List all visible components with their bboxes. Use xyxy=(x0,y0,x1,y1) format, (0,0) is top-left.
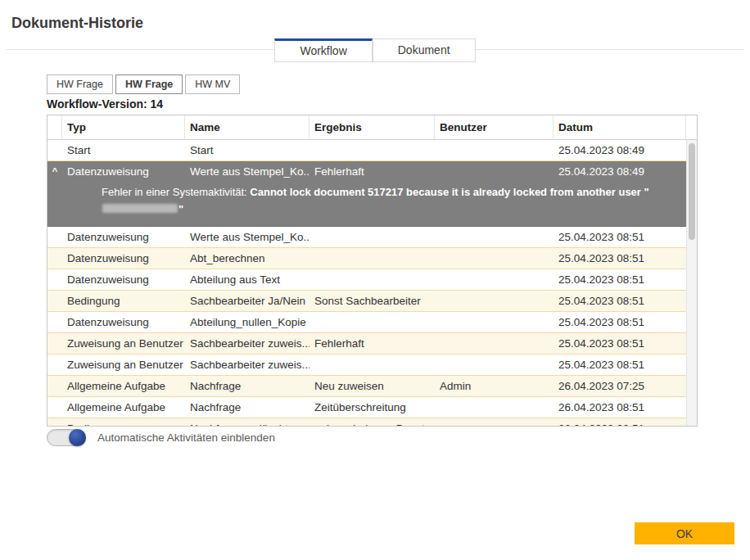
cell-typ: Zuweisung an Benutzer xyxy=(62,337,185,350)
cell-typ: Datenzuweisung xyxy=(62,316,185,328)
scrollbar-thumb[interactable] xyxy=(689,143,695,240)
page-title: Dokument-Historie xyxy=(11,15,143,32)
sub-tab-bar: HW Frage HW Frage HW MV xyxy=(47,75,240,94)
cell-typ: Datenzuweisung xyxy=(62,252,185,264)
auto-activities-row: Automatische Aktivitäten einblenden xyxy=(47,427,275,447)
auto-activities-toggle[interactable] xyxy=(47,429,86,446)
history-table: Typ Name Ergebnis Benutzer Datum StartSt… xyxy=(47,115,698,427)
subtab-hw-frage-2[interactable]: HW Frage xyxy=(115,75,183,94)
tab-dokument[interactable]: Dokument xyxy=(373,38,476,62)
cell-typ: Zuweisung an Benutzer xyxy=(62,359,185,371)
table-row[interactable]: ^DatenzuweisungWerte aus Stempel_Ko...Fe… xyxy=(47,161,697,227)
cell-datum: 26.04.2023 07:25 xyxy=(553,380,697,392)
cell-name: Sachbearbeiter zuweis... xyxy=(185,337,309,350)
cell-name: Sachbearbeiter Ja/Nein xyxy=(185,295,309,307)
table-row[interactable]: Allgemeine AufgabeNachfrageZeitüberschre… xyxy=(47,397,697,418)
cell-datum: 25.04.2023 08:51 xyxy=(553,295,697,307)
main-tab-bar: Workflow Dokument xyxy=(0,38,750,62)
column-header-datum[interactable]: Datum xyxy=(553,115,686,139)
vertical-scrollbar[interactable] xyxy=(686,140,697,426)
cell-ergebnis: Fehlerhaft xyxy=(309,337,435,350)
table-row[interactable]: StartStart25.04.2023 08:49 xyxy=(47,140,697,161)
toggle-knob-icon xyxy=(69,429,86,446)
cell-datum: 25.04.2023 08:51 xyxy=(553,273,697,286)
cell-name: Nachfrage xyxy=(185,401,309,413)
cell-typ: Datenzuweisung xyxy=(62,165,185,178)
cell-name: Werte aus Stempel_Ko... xyxy=(185,165,309,178)
column-header-name[interactable]: Name xyxy=(185,115,309,139)
cell-ergebnis: Fehlerhaft xyxy=(309,165,435,178)
toggle-label: Automatische Aktivitäten einblenden xyxy=(97,431,275,444)
workflow-version-label: Workflow-Version: 14 xyxy=(47,97,163,111)
column-header-ergebnis[interactable]: Ergebnis xyxy=(309,115,435,139)
table-header: Typ Name Ergebnis Benutzer Datum xyxy=(47,115,697,140)
cell-name: Sachbearbeiter zuweis... xyxy=(185,359,309,371)
subtab-hw-mv[interactable]: HW MV xyxy=(185,75,240,94)
collapse-icon[interactable]: ^ xyxy=(47,161,62,182)
table-row[interactable]: DatenzuweisungAbt_berechnen25.04.2023 08… xyxy=(47,248,697,269)
cell-name: Werte aus Stempel_Ko... xyxy=(185,231,309,243)
column-header-benutzer[interactable]: Benutzer xyxy=(435,115,553,139)
table-row[interactable]: BedingungSachbearbeiter Ja/NeinSonst Sac… xyxy=(47,291,697,312)
cell-ergebnis: nein - wieder an Benut... xyxy=(309,422,435,426)
cell-typ: Allgemeine Aufgabe xyxy=(62,401,185,413)
table-row[interactable]: DatenzuweisungWerte aus Stempel_Ko...25.… xyxy=(47,227,697,248)
table-body: StartStart25.04.2023 08:49^Datenzuweisun… xyxy=(47,140,697,426)
cell-datum: 25.04.2023 08:49 xyxy=(553,144,697,156)
table-row[interactable]: DatenzuweisungAbteilung_nullen_Kopie25.0… xyxy=(47,312,697,333)
cell-typ: Start xyxy=(62,144,185,156)
cell-name: Nachfrage xyxy=(185,380,309,392)
cell-name: Start xyxy=(185,144,309,156)
cell-ergebnis: Zeitüberschreitung xyxy=(309,401,435,413)
cell-typ: Bedingung xyxy=(62,295,185,307)
ok-button[interactable]: OK xyxy=(635,522,734,544)
cell-typ: Datenzuweisung xyxy=(62,231,185,243)
table-row[interactable]: Allgemeine AufgabeNachfrageNeu zuweisenA… xyxy=(47,376,697,397)
cell-datum: 25.04.2023 08:49 xyxy=(553,165,697,178)
tab-workflow[interactable]: Workflow xyxy=(274,38,372,62)
table-row[interactable]: Zuweisung an BenutzerSachbearbeiter zuwe… xyxy=(47,355,697,376)
cell-name: Nachfrage_gelöscht xyxy=(185,422,309,426)
cell-ergebnis: Neu zuweisen xyxy=(309,380,435,392)
cell-typ: Datenzuweisung xyxy=(62,273,185,286)
cell-benutzer: Admin xyxy=(435,380,553,392)
table-row[interactable]: BedingungNachfrage_gelöschtnein - wieder… xyxy=(47,418,697,426)
cell-datum: 26.04.2023 08:51 xyxy=(553,401,697,413)
redacted-username xyxy=(102,204,178,213)
table-row[interactable]: DatenzuweisungAbteilung aus Text25.04.20… xyxy=(47,269,697,291)
error-message: Fehler in einer Systemaktivität: Cannot … xyxy=(47,182,697,226)
cell-ergebnis: Sonst Sachbearbeiter xyxy=(309,295,435,307)
cell-name: Abteilung_nullen_Kopie xyxy=(185,316,309,328)
cell-datum: 25.04.2023 08:51 xyxy=(553,316,697,328)
cell-typ: Bedingung xyxy=(62,422,185,426)
cell-typ: Allgemeine Aufgabe xyxy=(62,380,185,392)
column-header-typ[interactable]: Typ xyxy=(62,115,185,139)
cell-datum: 25.04.2023 08:51 xyxy=(553,252,697,264)
column-header-scroll-spacer xyxy=(686,115,697,139)
table-row[interactable]: Zuweisung an BenutzerSachbearbeiter zuwe… xyxy=(47,333,697,355)
cell-name: Abt_berechnen xyxy=(185,252,309,264)
cell-datum: 26.04.2023 08:51 xyxy=(553,422,697,426)
cell-name: Abteilung aus Text xyxy=(185,273,309,286)
subtab-hw-frage-1[interactable]: HW Frage xyxy=(47,75,113,94)
cell-datum: 25.04.2023 08:51 xyxy=(553,337,697,350)
column-header-gutter xyxy=(47,115,62,139)
cell-datum: 25.04.2023 08:51 xyxy=(553,359,697,371)
cell-datum: 25.04.2023 08:51 xyxy=(553,231,697,243)
